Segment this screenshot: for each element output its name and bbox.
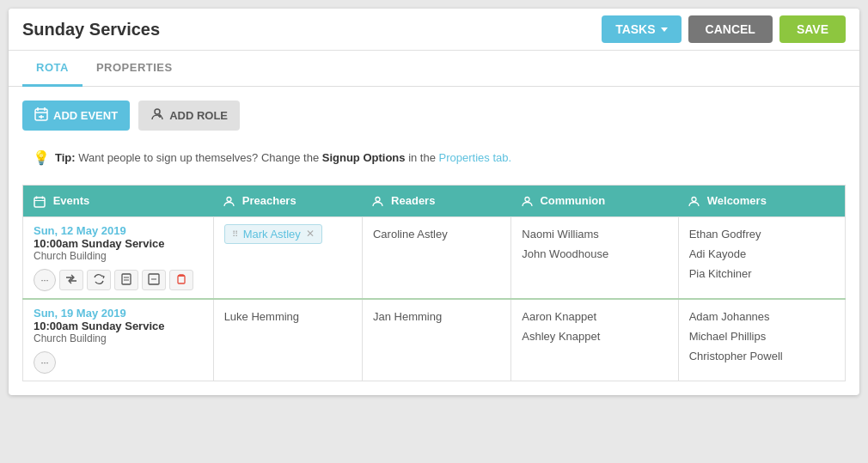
person-icon-readers (372, 194, 391, 207)
reader-name-1: Caroline Astley (373, 224, 500, 244)
add-role-label: ADD ROLE (169, 109, 228, 122)
main-container: Sunday Services TASKS CANCEL SAVE ROTA P… (9, 9, 859, 395)
col-header-readers: Readers (362, 186, 510, 217)
event-date-2: Sun, 19 May 2019 (34, 307, 203, 320)
communion-cell-2: Aaron Knappet Ashley Knappet (511, 299, 678, 381)
welcomer-name-2c: Christopher Powell (689, 346, 834, 366)
inner-content: ADD EVENT ADD ROLE 💡 (9, 87, 859, 395)
add-event-label: ADD EVENT (53, 109, 118, 122)
event-more-button-1[interactable]: ··· (34, 269, 56, 291)
col-header-preachers: Preachers (213, 186, 362, 217)
svg-point-6 (155, 109, 160, 114)
communion-name-1b: John Woodhouse (522, 244, 667, 264)
svg-rect-9 (34, 198, 45, 207)
person-icon-communion (522, 194, 541, 207)
top-bar: Sunday Services TASKS CANCEL SAVE (9, 9, 859, 51)
event-location-1: Church Building (34, 250, 203, 262)
add-event-icon (34, 107, 48, 124)
event-cell-1: Sun, 12 May 2019 10:00am Sunday Service … (23, 216, 214, 299)
remove-preacher-1[interactable]: ✕ (306, 228, 315, 240)
action-buttons: ADD EVENT ADD ROLE (22, 101, 846, 131)
svg-point-15 (525, 198, 529, 202)
event-action-repeat-1[interactable] (87, 270, 111, 290)
page-title: Sunday Services (22, 20, 160, 40)
welcomer-name-1a: Ethan Godfrey (689, 224, 834, 244)
drag-handle-icon: ⠿ (232, 229, 238, 239)
welcomer-name-2a: Adam Johannes (689, 307, 834, 326)
welcomer-name-2b: Michael Phillips (689, 326, 834, 346)
svg-rect-17 (122, 274, 131, 284)
welcomers-cell-1: Ethan Godfrey Adi Kayode Pia Kitchiner (678, 216, 845, 299)
communion-name-2b: Ashley Knappet (522, 326, 667, 346)
svg-point-16 (692, 198, 696, 202)
cancel-button[interactable]: CANCEL (688, 15, 773, 43)
event-more-button-2[interactable]: ··· (34, 351, 56, 374)
event-action-delete-1[interactable] (169, 270, 193, 290)
tasks-caret-icon (661, 27, 668, 32)
communion-name-2a: Aaron Knappet (522, 307, 667, 326)
svg-rect-22 (178, 276, 185, 283)
preacher-tag-1[interactable]: ⠿ Mark Astley ✕ (224, 224, 322, 244)
svg-point-13 (227, 198, 231, 202)
table-row: Sun, 12 May 2019 10:00am Sunday Service … (23, 216, 846, 299)
top-actions: TASKS CANCEL SAVE (602, 15, 846, 43)
event-actions-2: ··· (34, 351, 203, 374)
svg-point-14 (376, 198, 380, 202)
preachers-cell-1: ⠿ Mark Astley ✕ (213, 216, 362, 299)
preachers-cell-2: Luke Hemming (213, 299, 362, 381)
add-role-icon (150, 107, 164, 124)
tab-rota[interactable]: ROTA (22, 51, 83, 87)
communion-name-1a: Naomi Williams (522, 224, 667, 244)
communion-cell-1: Naomi Williams John Woodhouse (511, 216, 678, 299)
table-row: Sun, 19 May 2019 10:00am Sunday Service … (23, 299, 846, 381)
tip-icon: 💡 (33, 149, 50, 166)
welcomer-name-1b: Adi Kayode (689, 244, 834, 264)
event-date-1: Sun, 12 May 2019 (34, 224, 203, 237)
person-icon-preachers (223, 194, 242, 207)
calendar-icon (34, 194, 53, 207)
reader-name-2: Jan Hemming (373, 307, 500, 326)
preacher-name-1: Mark Astley (243, 228, 301, 241)
event-name-1: 10:00am Sunday Service (34, 237, 203, 250)
col-header-events: Events (23, 186, 214, 217)
col-header-communion: Communion (511, 186, 678, 217)
person-icon-welcomers (688, 194, 707, 207)
tip-text: Tip: Want people to sign up themselves? … (55, 151, 511, 164)
readers-cell-2: Jan Hemming (362, 299, 510, 381)
add-role-button[interactable]: ADD ROLE (138, 101, 240, 131)
event-actions-1: ··· (34, 269, 203, 291)
event-cell-2: Sun, 19 May 2019 10:00am Sunday Service … (23, 299, 214, 381)
preacher-name-2: Luke Hemming (224, 307, 351, 326)
event-action-share-1[interactable] (142, 270, 166, 290)
rota-table: Events Preachers (22, 185, 846, 381)
tip-bar: 💡 Tip: Want people to sign up themselves… (22, 143, 846, 173)
tab-properties[interactable]: PROPERTIES (83, 51, 186, 87)
welcomer-name-1c: Pia Kitchiner (689, 264, 834, 283)
event-action-note-1[interactable] (114, 270, 138, 290)
col-header-welcomers: Welcomers (678, 186, 845, 217)
readers-cell-1: Caroline Astley (362, 216, 510, 299)
tabs: ROTA PROPERTIES (9, 51, 859, 87)
event-action-swap-1[interactable] (59, 270, 83, 290)
content-area: ROTA PROPERTIES (9, 51, 859, 395)
tasks-button[interactable]: TASKS (602, 15, 681, 43)
add-event-button[interactable]: ADD EVENT (22, 101, 130, 131)
event-location-2: Church Building (34, 332, 203, 344)
svg-rect-0 (35, 109, 47, 120)
properties-tab-link[interactable]: Properties tab. (439, 151, 512, 164)
save-button[interactable]: SAVE (779, 15, 846, 43)
tasks-label: TASKS (615, 22, 655, 36)
welcomers-cell-2: Adam Johannes Michael Phillips Christoph… (678, 299, 845, 381)
event-name-2: 10:00am Sunday Service (34, 320, 203, 332)
